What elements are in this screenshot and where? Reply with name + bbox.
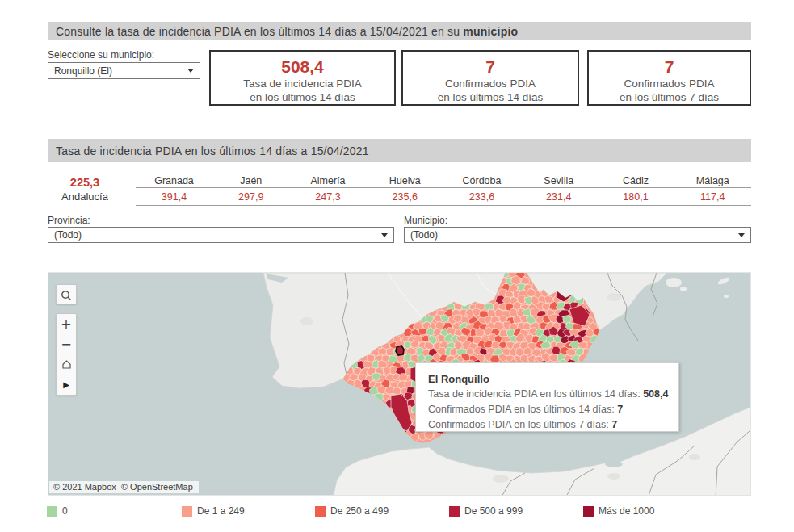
map-tooltip: El Ronquillo Tasa de incidencia PDIA en … <box>415 362 679 432</box>
province-column-header: Cádiz <box>598 175 674 186</box>
andalucia-value: 225,3 <box>61 176 109 189</box>
legend-item[interactable]: De 250 a 499 <box>315 505 389 517</box>
section2-title-bar: Tasa de incidencia PDIA en los últimos 1… <box>48 139 751 162</box>
legend-item[interactable]: Más de 1000 <box>583 505 654 517</box>
legend-label: Más de 1000 <box>599 505 654 517</box>
map[interactable]: + − ▶ El Ronquillo Tasa de incidencia PD… <box>48 272 751 496</box>
header-text: Consulte la tasa de incidencia PDIA en l… <box>56 25 518 38</box>
table-rule-top <box>136 187 751 188</box>
legend-swatch <box>182 506 192 517</box>
legend-swatch <box>583 506 594 517</box>
municipio-selector-value: Ronquillo (El) <box>54 65 112 77</box>
kpi-value: 7 <box>403 57 578 77</box>
municipio-selector-label: Seleccione su municipio: <box>48 49 154 61</box>
tooltip-line: Tasa de incidencia PDIA en los últimos 1… <box>428 387 678 402</box>
province-column-value: 180,1 <box>598 191 674 203</box>
legend-label: De 500 a 999 <box>464 505 523 517</box>
kpi-value: 7 <box>589 57 750 77</box>
municipio-filter[interactable]: (Todo) <box>404 227 751 243</box>
header-bar: Consulte la tasa de incidencia PDIA en l… <box>48 22 751 40</box>
kpi-confirmed-7d: 7 Confirmados PDIAen los últimos 7 días <box>587 50 751 106</box>
province-column-header: Córdoba <box>443 175 520 186</box>
home-button[interactable] <box>57 354 76 375</box>
provincia-filter[interactable]: (Todo) <box>48 227 394 243</box>
tooltip-line: Confirmados PDIA en los últimos 14 días:… <box>428 402 678 417</box>
chevron-down-icon <box>738 233 745 237</box>
search-icon <box>61 290 72 301</box>
zoom-in-button[interactable]: + <box>57 314 76 334</box>
kpi-value: 508,4 <box>211 57 394 77</box>
legend-swatch <box>449 506 460 517</box>
province-column-header: Granada <box>136 175 212 186</box>
province-column-header: Almería <box>290 175 367 186</box>
table-rule-bottom <box>136 205 751 206</box>
province-column-value: 235,6 <box>367 191 443 203</box>
map-zoom-controls: + − ▶ <box>56 313 77 396</box>
chevron-down-icon <box>381 233 388 237</box>
chevron-down-icon <box>187 69 194 73</box>
map-attribution[interactable]: © 2021 Mapbox © OpenStreetMap <box>49 481 199 493</box>
province-column-header: Jaén <box>212 175 289 186</box>
zoom-out-button[interactable]: − <box>57 334 76 354</box>
legend-item[interactable]: De 1 a 249 <box>182 505 245 517</box>
legend-label: De 1 a 249 <box>197 505 245 517</box>
province-column-value: 231,4 <box>520 191 597 203</box>
provincia-filter-label: Provincia: <box>48 215 90 226</box>
legend-item[interactable]: 0 <box>47 505 68 517</box>
legend-swatch <box>47 506 57 517</box>
tooltip-line: Confirmados PDIA en los últimos 7 días: … <box>428 417 678 433</box>
home-icon <box>61 359 72 370</box>
province-column-header: Málaga <box>674 175 751 186</box>
municipio-selector[interactable]: Ronquillo (El) <box>48 62 200 79</box>
province-column-value: 391,4 <box>136 191 212 203</box>
province-column-header: Huelva <box>367 175 443 186</box>
municipio-filter-label: Municipio: <box>404 215 447 226</box>
province-column-value: 247,3 <box>290 191 367 203</box>
andalucia-label: Andalucía <box>48 191 121 203</box>
province-column-header: Sevilla <box>520 175 597 186</box>
legend-label: 0 <box>62 505 68 517</box>
kpi-confirmed-14d: 7 Confirmados PDIAen los últimos 14 días <box>401 50 579 106</box>
tooltip-title: El Ronquillo <box>428 371 678 387</box>
province-column-value: 297,9 <box>212 191 289 203</box>
pan-mode-button[interactable]: ▶ <box>57 375 76 395</box>
map-search-button[interactable] <box>56 284 77 304</box>
kpi-incidence-14d: 508,4 Tasa de incidencia PDIAen los últi… <box>209 50 396 106</box>
legend-item[interactable]: De 500 a 999 <box>449 505 523 517</box>
province-column-value: 233,6 <box>443 191 520 203</box>
province-column-value: 117,4 <box>674 191 751 203</box>
legend-label: De 250 a 499 <box>330 505 389 517</box>
section2-title: Tasa de incidencia PDIA en los últimos 1… <box>56 145 369 157</box>
legend-swatch <box>315 506 326 517</box>
